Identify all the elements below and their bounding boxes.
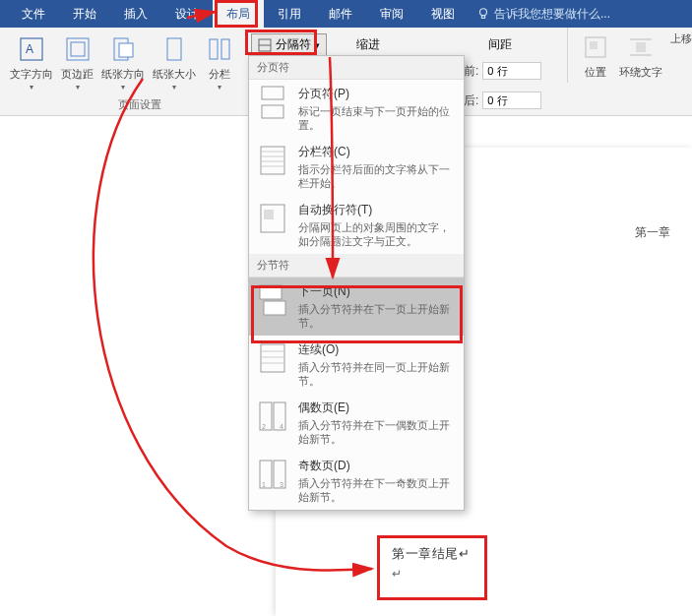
tell-me-label: 告诉我您想要做什么... <box>494 0 610 28</box>
spacing-after-label: 后: <box>464 92 478 109</box>
chevron-down-icon: ▾ <box>30 83 33 92</box>
menu-layout[interactable]: 布局 <box>213 0 264 28</box>
svg-point-0 <box>480 9 487 16</box>
orientation-button[interactable]: 纸张方向 ▾ <box>97 30 149 95</box>
svg-rect-8 <box>167 38 181 60</box>
break-even-page[interactable]: 24 偶数页(E) 插入分节符并在下一偶数页上开始新节。 <box>249 394 464 452</box>
page-break-icon <box>257 86 288 119</box>
svg-rect-18 <box>262 87 283 99</box>
menu-references[interactable]: 引用 <box>264 0 315 28</box>
svg-text:3: 3 <box>280 481 283 488</box>
svg-rect-5 <box>71 42 85 56</box>
svg-rect-9 <box>210 39 218 59</box>
svg-text:2: 2 <box>262 423 266 430</box>
spacing-before-label: 前: <box>464 63 478 80</box>
menu-design[interactable]: 设计 <box>161 0 213 28</box>
break-column[interactable]: 分栏符(C) 指示分栏符后面的文字将从下一栏开始。 <box>249 138 464 196</box>
text-wrap-break-icon <box>257 202 288 235</box>
group-label-page-setup: 页面设置 <box>118 97 161 112</box>
svg-text:A: A <box>26 42 33 56</box>
columns-button[interactable]: 分栏 ▾ <box>200 30 239 95</box>
odd-page-icon: 13 <box>257 458 288 491</box>
svg-rect-27 <box>260 285 282 299</box>
tell-me-search[interactable]: 告诉我您想要做什么... <box>469 0 618 28</box>
position-icon <box>580 31 611 63</box>
svg-text:4: 4 <box>280 423 283 430</box>
svg-rect-14 <box>590 41 598 49</box>
position-button: 位置 <box>576 28 615 83</box>
break-text-wrapping[interactable]: 自动换行符(T) 分隔网页上的对象周围的文字，如分隔题注文字与正文。 <box>249 196 464 254</box>
svg-rect-29 <box>261 344 284 372</box>
chevron-down-icon: ▾ <box>218 83 221 92</box>
chevron-down-icon: ▾ <box>315 40 320 50</box>
breaks-dropdown-menu: 分页符 分页符(P) 标记一页结束与下一页开始的位置。 分栏符(C) 指示分栏符… <box>248 55 465 511</box>
break-odd-page[interactable]: 13 奇数页(D) 插入分节符并在下一奇数页上开始新节。 <box>249 452 464 510</box>
menu-view[interactable]: 视图 <box>417 0 469 28</box>
chapter-heading: 第一章 <box>635 224 670 241</box>
menu-home[interactable]: 开始 <box>59 0 110 28</box>
size-icon <box>158 33 190 65</box>
break-page[interactable]: 分页符(P) 标记一页结束与下一页开始的位置。 <box>249 80 464 138</box>
dropdown-header-section-breaks: 分节符 <box>249 254 464 277</box>
orientation-icon <box>107 33 139 65</box>
svg-rect-7 <box>119 43 133 57</box>
menu-file[interactable]: 文件 <box>8 0 59 28</box>
menu-review[interactable]: 审阅 <box>366 0 417 28</box>
text-direction-icon: A <box>16 33 47 65</box>
paragraph-mark-icon: ↵ <box>392 567 403 581</box>
svg-rect-10 <box>221 39 229 59</box>
break-continuous[interactable]: 连续(O) 插入分节符并在同一页上开始新节。 <box>249 336 464 394</box>
spacing-before-input[interactable] <box>482 62 541 80</box>
breaks-dropdown-button[interactable]: 分隔符 ▾ <box>251 33 327 56</box>
columns-icon <box>204 33 235 65</box>
spacing-after-input[interactable] <box>482 92 541 109</box>
chevron-down-icon: ▾ <box>172 83 176 92</box>
even-page-icon: 24 <box>257 400 288 433</box>
menu-bar: 文件 开始 插入 设计 布局 引用 邮件 审阅 视图 告诉我您想要做什么... <box>0 0 692 28</box>
svg-rect-28 <box>264 301 285 315</box>
paragraph-mark-icon: ↵ <box>459 546 471 561</box>
break-next-page[interactable]: 下一页(N) 插入分节符并在下一页上开始新节。 <box>249 277 464 336</box>
bring-forward-button: 上移 <box>666 28 692 83</box>
dropdown-header-page-breaks: 分页符 <box>249 56 464 80</box>
svg-rect-4 <box>67 38 89 60</box>
svg-rect-1 <box>481 16 484 19</box>
spacing-label: 间距 <box>488 36 512 53</box>
svg-rect-20 <box>261 147 284 174</box>
svg-text:1: 1 <box>262 481 266 488</box>
column-break-icon <box>257 144 288 177</box>
document-body-text[interactable]: 第一章结尾↵ ↵ <box>384 538 481 603</box>
menu-insert[interactable]: 插入 <box>110 0 161 28</box>
chevron-down-icon: ▾ <box>76 83 80 92</box>
indent-label: 缩进 <box>356 36 380 53</box>
lightbulb-icon <box>476 7 490 21</box>
chevron-down-icon: ▾ <box>121 83 125 92</box>
menu-mailings[interactable]: 邮件 <box>315 0 366 28</box>
wrap-text-button: 环绕文字 <box>615 28 666 83</box>
svg-rect-26 <box>264 210 274 219</box>
size-button[interactable]: 纸张大小 ▾ <box>149 30 200 95</box>
wrap-text-icon <box>625 31 657 63</box>
breaks-icon <box>258 38 272 52</box>
svg-rect-19 <box>262 105 283 118</box>
margins-icon <box>62 33 94 65</box>
next-page-icon <box>257 283 288 317</box>
svg-rect-15 <box>636 42 646 52</box>
margins-button[interactable]: 页边距 ▾ <box>57 30 97 95</box>
text-direction-button[interactable]: A 文字方向 ▾ <box>6 30 57 95</box>
continuous-icon <box>257 341 288 375</box>
